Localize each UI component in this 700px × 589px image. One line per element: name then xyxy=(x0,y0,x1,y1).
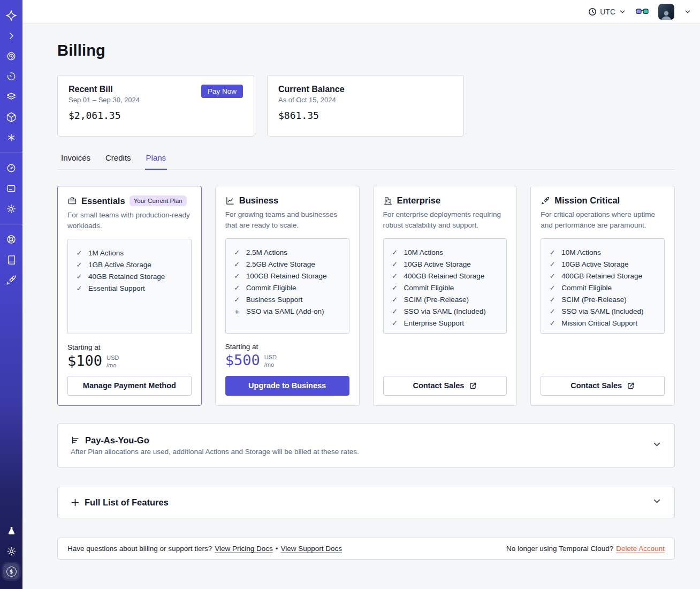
theme-sun-icon[interactable] xyxy=(3,543,19,559)
getting-started-rocket-icon[interactable] xyxy=(3,272,19,288)
check-icon: ✓ xyxy=(391,306,399,318)
tab-plans[interactable]: Plans xyxy=(145,150,168,170)
line-chart-icon xyxy=(225,196,235,206)
plan-feature-label: Enterprise Support xyxy=(404,318,465,329)
account-menu-chevron-icon[interactable] xyxy=(684,8,691,16)
recent-bill-title: Recent Bill xyxy=(69,85,140,94)
plan-feature-label: SCIM (Pre-Release) xyxy=(404,294,469,306)
current-balance-amount: $861.35 xyxy=(278,110,453,121)
plan-feature-label: SCIM (Pre-Release) xyxy=(561,294,627,306)
tab-credits[interactable]: Credits xyxy=(104,150,132,170)
plan-feature-item: ✓10GB Active Storage xyxy=(391,259,499,270)
full-features-section: Full List of Features xyxy=(57,487,675,518)
view-support-docs-link[interactable]: View Support Docs xyxy=(280,545,342,553)
plan-feature-label: 1GB Active Storage xyxy=(88,259,151,271)
plan-feature-item: ✓10GB Active Storage xyxy=(549,259,657,270)
plan-feature-label: Commit Eligible xyxy=(561,282,612,294)
recent-bill-amount: $2,061.35 xyxy=(69,110,243,121)
check-icon: ✓ xyxy=(233,259,241,270)
plan-feature-item: ✓Business Support xyxy=(233,294,341,306)
plan-card-business: Business For growing teams and businesse… xyxy=(215,186,360,406)
labs-flask-icon[interactable] xyxy=(3,523,19,539)
plan-feature-item: ✓10M Actions xyxy=(549,247,657,259)
billing-tabs: Invoices Credits Plans xyxy=(57,150,675,170)
check-icon: ✓ xyxy=(549,282,556,294)
sidebar-expand-icon[interactable] xyxy=(3,28,19,44)
upgrade-to-business-button[interactable]: Upgrade to Business xyxy=(225,376,349,396)
current-balance-title: Current Balance xyxy=(278,85,453,94)
plan-feature-label: 10GB Active Storage xyxy=(561,259,628,270)
settings-gear-icon[interactable] xyxy=(3,201,19,217)
plan-feature-item: ✓SCIM (Pre-Release) xyxy=(391,294,499,306)
clock-icon xyxy=(588,7,597,16)
plan-price: $100 xyxy=(67,352,102,369)
plan-feature-label: SSO via SAML (Included) xyxy=(561,306,643,318)
plan-feature-item: +SSO via SAML (Add-on) xyxy=(233,306,341,318)
contact-sales-button[interactable]: Contact Sales xyxy=(541,376,665,396)
namespaces-icon[interactable] xyxy=(3,48,19,64)
plan-card-enterprise: Enterprise For enterprise deployments re… xyxy=(373,186,518,406)
plan-feature-label: Business Support xyxy=(246,294,303,306)
plan-name: Enterprise xyxy=(397,195,441,206)
plan-feature-label: Commit Eligible xyxy=(404,282,454,294)
buildings-icon xyxy=(383,196,393,206)
view-pricing-docs-link[interactable]: View Pricing Docs xyxy=(215,545,273,553)
check-icon: ✓ xyxy=(549,247,556,259)
chevron-down-icon[interactable] xyxy=(652,440,661,451)
chevron-down-icon[interactable] xyxy=(652,497,661,508)
plan-feature-label: 10M Actions xyxy=(404,247,444,259)
dot-separator: • xyxy=(276,545,278,553)
temporal-logo-icon[interactable] xyxy=(3,7,19,24)
plus-icon: + xyxy=(233,306,241,318)
deployments-cube-icon[interactable] xyxy=(3,109,19,125)
check-icon: ✓ xyxy=(549,259,556,270)
plan-description: For growing teams and businesses that ar… xyxy=(225,209,349,231)
plan-name: Business xyxy=(239,195,278,206)
billing-coin-icon[interactable]: $ xyxy=(3,563,19,579)
check-icon: ✓ xyxy=(549,318,556,329)
user-avatar[interactable] xyxy=(658,4,674,20)
starting-at-label: Starting at xyxy=(67,343,192,351)
plan-feature-label: 10GB Active Storage xyxy=(404,259,471,270)
plan-feature-label: 10M Actions xyxy=(561,247,601,259)
plan-feature-label: SSO via SAML (Included) xyxy=(404,306,486,318)
plan-feature-item: ✓1M Actions xyxy=(75,247,184,259)
plan-description: For critical operations where uptime and… xyxy=(541,209,665,231)
timezone-selector[interactable]: UTC xyxy=(588,7,626,16)
check-icon: ✓ xyxy=(391,282,399,294)
plan-feature-label: 2.5M Actions xyxy=(246,247,287,259)
schedules-icon[interactable] xyxy=(3,69,19,85)
plan-feature-item: ✓Commit Eligible xyxy=(233,282,341,294)
docs-book-icon[interactable] xyxy=(3,252,19,268)
contact-sales-button[interactable]: Contact Sales xyxy=(383,376,507,396)
recent-bill-card: Recent Bill Sep 01 – Sep 30, 2024 Pay No… xyxy=(57,75,254,137)
plan-feature-label: Essential Support xyxy=(88,283,145,294)
footer-right-question: No longer using Temporal Cloud? xyxy=(506,545,613,553)
current-plan-badge: Your Current Plan xyxy=(130,195,187,206)
plan-feature-item: ✓2.5GB Active Storage xyxy=(233,259,341,270)
plan-feature-item: ✓400GB Retained Storage xyxy=(391,270,499,282)
delete-account-link[interactable]: Delete Account xyxy=(616,545,665,553)
billing-card-icon[interactable] xyxy=(3,180,19,197)
tab-invoices[interactable]: Invoices xyxy=(60,150,92,170)
plan-feature-item: ✓Mission Critical Support xyxy=(549,318,657,329)
nexus-asterisk-icon[interactable] xyxy=(3,130,19,146)
plan-feature-list: ✓10M Actions✓10GB Active Storage✓400GB R… xyxy=(383,238,507,334)
briefcase-icon xyxy=(67,196,77,206)
plan-feature-label: 100GB Retained Storage xyxy=(246,270,327,282)
layers-icon[interactable] xyxy=(3,89,19,105)
plan-currency: USD xyxy=(106,354,119,361)
support-lifebuoy-icon[interactable] xyxy=(3,231,19,247)
payg-title: Pay-As-You-Go xyxy=(85,435,149,445)
payg-subtitle: After Plan allocations are used, additio… xyxy=(71,448,661,456)
check-icon: ✓ xyxy=(233,294,241,306)
manage-payment-method-button[interactable]: Manage Payment Method xyxy=(67,376,192,396)
pay-now-button[interactable]: Pay Now xyxy=(201,85,243,98)
plan-per: /mo xyxy=(106,361,119,369)
plan-feature-label: 400GB Retained Storage xyxy=(561,270,642,282)
topbar: UTC xyxy=(22,0,700,24)
preview-glasses-icon[interactable] xyxy=(636,7,649,16)
usage-gauge-icon[interactable] xyxy=(3,160,19,176)
external-link-icon xyxy=(469,382,477,390)
plan-feature-item: ✓Commit Eligible xyxy=(391,282,499,294)
